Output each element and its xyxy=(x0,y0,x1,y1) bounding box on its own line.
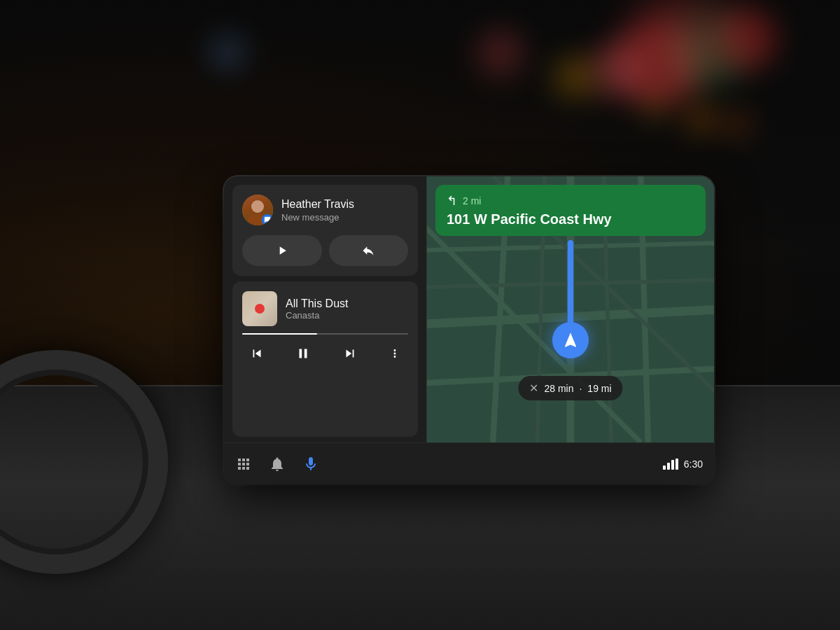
album-art xyxy=(242,291,277,326)
message-header: Heather Travis New message xyxy=(242,195,408,225)
contact-name: Heather Travis xyxy=(281,197,408,212)
signal-bar-1 xyxy=(663,465,666,470)
nav-street: 101 W Pacific Coast Hwy xyxy=(447,211,694,227)
eta-distance: 19 mi xyxy=(587,383,611,394)
close-eta-button[interactable]: ✕ xyxy=(529,382,538,395)
track-artist: Canasta xyxy=(286,310,408,321)
message-subtitle: New message xyxy=(281,212,408,223)
message-card: Heather Travis New message xyxy=(232,185,418,276)
music-card: All This Dust Canasta xyxy=(232,281,418,437)
eta-badge: ✕ 28 min · 19 mi xyxy=(518,376,622,400)
more-options-button[interactable] xyxy=(384,343,405,364)
previous-button[interactable] xyxy=(245,342,269,365)
nav-distance: ↰ 2 mi xyxy=(447,193,694,209)
music-header: All This Dust Canasta xyxy=(242,291,408,326)
eta-separator: · xyxy=(579,383,582,394)
left-panel: Heather Travis New message xyxy=(224,176,427,442)
message-actions xyxy=(242,235,408,266)
next-button[interactable] xyxy=(338,342,362,365)
notifications-button[interactable] xyxy=(269,456,286,472)
signal-bar-4 xyxy=(676,458,678,470)
android-auto-screen: Heather Travis New message xyxy=(224,176,714,484)
turn-arrow-icon: ↰ xyxy=(447,193,457,209)
progress-bar[interactable] xyxy=(242,333,408,335)
apps-button[interactable] xyxy=(235,456,252,472)
track-title: All This Dust xyxy=(286,298,408,310)
signal-bar-2 xyxy=(667,463,670,470)
eta-time: 28 min xyxy=(544,383,573,394)
distance-text: 2 mi xyxy=(463,195,481,206)
subtitle-text: New message xyxy=(281,212,339,223)
reply-message-button[interactable] xyxy=(329,235,409,266)
music-info: All This Dust Canasta xyxy=(286,298,408,321)
location-circle xyxy=(552,322,589,358)
bottom-navigation: 6:30 xyxy=(224,442,714,484)
play-message-button[interactable] xyxy=(242,235,322,266)
message-info: Heather Travis New message xyxy=(281,197,408,223)
bottom-nav-right: 6:30 xyxy=(663,458,703,470)
navigation-arrow-icon xyxy=(561,331,580,349)
pause-button[interactable] xyxy=(291,342,315,365)
message-badge xyxy=(262,214,273,225)
avatar xyxy=(242,195,273,225)
voice-input-button[interactable] xyxy=(302,456,319,472)
signal-bar-3 xyxy=(671,460,674,470)
location-indicator xyxy=(552,322,589,358)
map-panel: ↰ 2 mi 101 W Pacific Coast Hwy ✕ 28 min … xyxy=(427,176,714,442)
bottom-nav-left xyxy=(235,456,319,472)
nav-header: ↰ 2 mi 101 W Pacific Coast Hwy xyxy=(435,185,706,236)
progress-fill xyxy=(242,333,317,335)
status-time: 6:30 xyxy=(684,458,703,470)
music-controls xyxy=(242,342,408,365)
signal-icon xyxy=(663,458,678,470)
